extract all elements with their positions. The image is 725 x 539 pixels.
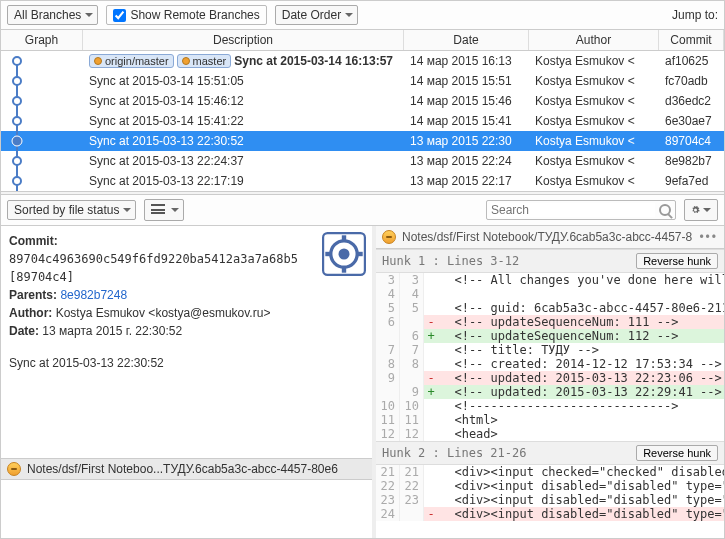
diff-line[interactable]: 6- <!-- updateSequenceNum: 111 --> <box>376 315 724 329</box>
modified-icon <box>382 230 396 244</box>
commit-row[interactable]: Sync at 2015-03-14 15:51:0514 мар 2015 1… <box>1 71 724 91</box>
commit-hash: 89704c4963690c549f6fd9220ba5412a3a7a68b5 <box>9 250 364 268</box>
diff-line[interactable]: 9- <!-- updated: 2015-03-13 22:23:06 --> <box>376 371 724 385</box>
commit-row[interactable]: Sync at 2015-03-13 22:17:1913 мар 2015 2… <box>1 171 724 191</box>
commit-details-pane: Commit: 89704c4963690c549f6fd9220ba5412a… <box>1 226 376 539</box>
commit-label: Commit: <box>9 234 58 248</box>
reverse-hunk-button[interactable]: Reverse hunk <box>636 445 718 461</box>
order-dropdown[interactable]: Date Order <box>275 5 358 25</box>
modified-icon <box>7 462 21 476</box>
more-icon[interactable]: ••• <box>699 230 718 244</box>
header-description[interactable]: Description <box>83 30 404 50</box>
header-graph[interactable]: Graph <box>1 30 83 50</box>
diff-line[interactable]: 44 <box>376 287 724 301</box>
sort-dropdown[interactable]: Sorted by file status <box>7 200 136 220</box>
search-box[interactable] <box>486 200 676 220</box>
svg-point-14 <box>339 249 350 260</box>
view-mode-dropdown[interactable] <box>144 199 184 221</box>
diff-line[interactable]: 55 <!-- guid: 6cab5a3c-abcc-4457-80e6-21… <box>376 301 724 315</box>
mid-toolbar: Sorted by file status <box>1 195 724 226</box>
svg-rect-10 <box>342 235 346 242</box>
branches-dropdown[interactable]: All Branches <box>7 5 98 25</box>
commit-info: Commit: 89704c4963690c549f6fd9220ba5412a… <box>1 226 372 378</box>
svg-rect-12 <box>325 252 332 256</box>
svg-rect-11 <box>342 266 346 273</box>
show-remote-check[interactable] <box>113 9 126 22</box>
commit-row[interactable]: Sync at 2015-03-13 22:24:3713 мар 2015 2… <box>1 151 724 171</box>
search-icon <box>659 204 671 216</box>
commit-row[interactable]: Sync at 2015-03-13 22:30:5213 мар 2015 2… <box>1 131 724 151</box>
author-value: Kostya Esmukov <kostya@esmukov.ru> <box>56 306 271 320</box>
changed-file-name: Notes/dsf/First Noteboo...ТУДУ.6cab5a3c-… <box>27 462 338 476</box>
diff-line[interactable]: 33 <!-- All changes you've done here wil… <box>376 273 724 287</box>
author-label: Author: <box>9 306 52 320</box>
hunk-header: Hunk 1 : Lines 3-12Reverse hunk <box>376 249 724 273</box>
diff-line[interactable]: 88 <!-- created: 2014-12-12 17:53:34 --> <box>376 357 724 371</box>
parent-link[interactable]: 8e982b7248 <box>60 288 127 302</box>
commit-row[interactable]: origin/mastermasterSync at 2015-03-14 16… <box>1 51 724 71</box>
diff-line[interactable]: 2222 <div><input disabled="disabled" typ… <box>376 479 724 493</box>
diff-line[interactable]: 9+ <!-- updated: 2015-03-13 22:29:41 --> <box>376 385 724 399</box>
gear-icon <box>691 203 700 217</box>
diff-pane: Notes/dsf/First Notebook/ТУДУ.6cab5a3c-a… <box>376 226 724 539</box>
settings-dropdown[interactable] <box>684 199 718 221</box>
diff-line[interactable]: 1111 <html> <box>376 413 724 427</box>
list-icon <box>151 204 165 214</box>
show-remote-checkbox[interactable]: Show Remote Branches <box>106 5 266 25</box>
show-remote-label: Show Remote Branches <box>130 8 259 22</box>
parents-label: Parents: <box>9 288 57 302</box>
commit-row[interactable]: Sync at 2015-03-14 15:41:2214 мар 2015 1… <box>1 111 724 131</box>
commit-row[interactable]: Sync at 2015-03-14 15:46:1214 мар 2015 1… <box>1 91 724 111</box>
search-input[interactable] <box>491 203 655 217</box>
hunk-header: Hunk 2 : Lines 21-26Reverse hunk <box>376 441 724 465</box>
remote-branch-tag[interactable]: origin/master <box>89 54 174 68</box>
diff-line[interactable]: 1212 <head> <box>376 427 724 441</box>
commit-rows: origin/mastermasterSync at 2015-03-14 16… <box>1 51 724 191</box>
diff-line[interactable]: 6+ <!-- updateSequenceNum: 112 --> <box>376 329 724 343</box>
changed-file-item[interactable]: Notes/dsf/First Noteboo...ТУДУ.6cab5a3c-… <box>1 458 372 480</box>
date-value: 13 марта 2015 г. 22:30:52 <box>42 324 182 338</box>
diff-body[interactable]: Hunk 1 : Lines 3-12Reverse hunk33 <!-- A… <box>376 249 724 539</box>
app-icon <box>322 232 366 276</box>
jump-to-label: Jump to: <box>672 8 718 22</box>
header-date[interactable]: Date <box>404 30 529 50</box>
diff-line[interactable]: 77 <!-- title: ТУДУ --> <box>376 343 724 357</box>
commit-short: [89704c4] <box>9 268 364 286</box>
header-commit[interactable]: Commit <box>659 30 724 50</box>
diff-line[interactable]: 2121 <div><input checked="checked" disab… <box>376 465 724 479</box>
local-branch-tag[interactable]: master <box>177 54 232 68</box>
diff-file-path: Notes/dsf/First Notebook/ТУДУ.6cab5a3c-a… <box>402 230 693 244</box>
diff-line[interactable]: 1010 <!----------------------------> <box>376 399 724 413</box>
grid-header: Graph Description Date Author Commit <box>1 30 724 51</box>
top-toolbar: All Branches Show Remote Branches Date O… <box>1 1 724 30</box>
diff-line[interactable]: 2323 <div><input disabled="disabled" typ… <box>376 493 724 507</box>
reverse-hunk-button[interactable]: Reverse hunk <box>636 253 718 269</box>
commit-message: Sync at 2015-03-13 22:30:52 <box>9 354 364 372</box>
header-author[interactable]: Author <box>529 30 659 50</box>
diff-line[interactable]: 24- <div><input disabled="disabled" type… <box>376 507 724 521</box>
diff-file-header: Notes/dsf/First Notebook/ТУДУ.6cab5a3c-a… <box>376 226 724 249</box>
date-label: Date: <box>9 324 39 338</box>
svg-rect-13 <box>356 252 363 256</box>
